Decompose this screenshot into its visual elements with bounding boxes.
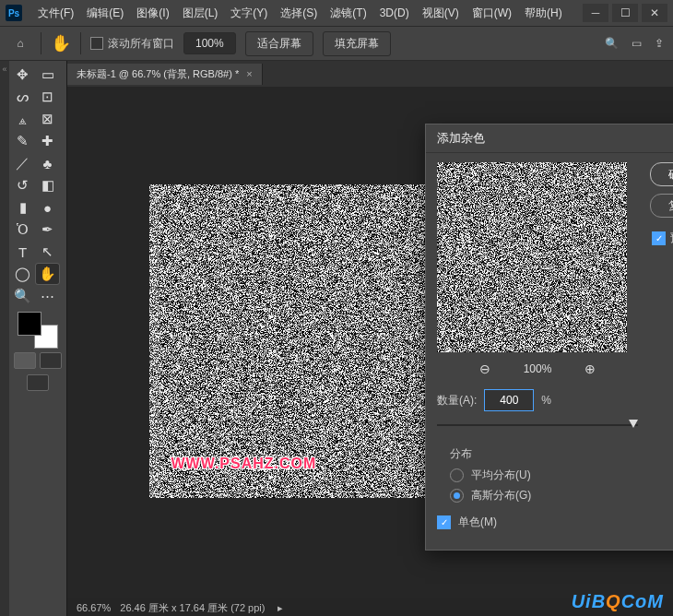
- lasso-tool-icon[interactable]: ᔕ: [11, 87, 34, 107]
- screen-mode-icon[interactable]: [27, 374, 49, 391]
- dialog-titlebar[interactable]: 添加杂色 ✕: [426, 124, 673, 153]
- move-tool-icon[interactable]: ✥: [11, 65, 34, 85]
- close-tab-icon[interactable]: ×: [246, 68, 252, 79]
- radio-icon: [450, 468, 464, 482]
- menu-layer[interactable]: 图层(L): [176, 6, 225, 21]
- brand-watermark: UiBQCoM: [572, 591, 664, 612]
- window-minimize-button[interactable]: ─: [583, 4, 608, 22]
- marquee-tool-icon[interactable]: ▭: [36, 65, 59, 85]
- toolbox: ✥▭ ᔕ⊡ ⟁⊠ ✎✚ ／♣ ↺◧ ▮● Ὁ✒ T↖ ◯✋ 🔍⋯: [9, 61, 67, 616]
- zoom-100-button[interactable]: 100%: [183, 32, 236, 54]
- slider-track: [437, 424, 638, 426]
- shape-tool-icon[interactable]: ◯: [11, 264, 34, 284]
- more-tools-icon[interactable]: ⋯: [36, 286, 59, 306]
- share-icon[interactable]: ⇪: [655, 37, 664, 50]
- checkbox-icon: [652, 231, 666, 245]
- fit-screen-button[interactable]: 适合屏幕: [245, 31, 313, 56]
- history-brush-tool-icon[interactable]: ↺: [11, 175, 34, 195]
- fill-screen-button[interactable]: 填充屏幕: [323, 31, 391, 56]
- ok-button[interactable]: 确定: [650, 162, 673, 186]
- status-chevron-icon[interactable]: ▸: [277, 602, 283, 614]
- preview-checkbox[interactable]: 预览(P): [652, 231, 673, 246]
- hand-tool-icon[interactable]: ✋: [51, 33, 71, 53]
- eraser-tool-icon[interactable]: ◧: [36, 175, 59, 195]
- status-zoom[interactable]: 66.67%: [77, 602, 111, 613]
- foreground-swatch[interactable]: [18, 312, 41, 336]
- document-tab[interactable]: 未标题-1 @ 66.7% (背景, RGB/8#) * ×: [67, 64, 263, 85]
- blur-tool-icon[interactable]: ●: [36, 197, 59, 218]
- menu-select[interactable]: 选择(S): [274, 6, 324, 21]
- heal-tool-icon[interactable]: ✚: [36, 131, 59, 151]
- uniform-radio[interactable]: 平均分布(U): [450, 468, 638, 483]
- crop-tool-icon[interactable]: ⟁: [11, 109, 34, 129]
- ps-logo: Ps: [6, 5, 22, 21]
- document-tab-bar: 未标题-1 @ 66.7% (背景, RGB/8#) * ×: [67, 61, 673, 87]
- scroll-all-label: 滚动所有窗口: [108, 36, 174, 52]
- status-dims: 26.46 厘米 x 17.64 厘米 (72 ppi): [120, 601, 265, 615]
- distribution-label: 分布: [450, 446, 638, 462]
- gaussian-radio[interactable]: 高斯分布(G): [450, 488, 638, 503]
- home-icon[interactable]: ⌂: [9, 32, 31, 54]
- menu-help[interactable]: 帮助(H): [518, 6, 569, 21]
- menu-view[interactable]: 视图(V): [416, 6, 466, 21]
- checkbox-icon: [437, 515, 451, 529]
- amount-input[interactable]: [484, 389, 534, 411]
- panel-icon[interactable]: ▭: [632, 37, 642, 50]
- monochrome-label: 单色(M): [458, 515, 497, 530]
- frame-tool-icon[interactable]: ⊠: [36, 109, 59, 129]
- gaussian-label: 高斯分布(G): [471, 488, 531, 503]
- stamp-tool-icon[interactable]: ♣: [36, 153, 59, 173]
- uniform-label: 平均分布(U): [471, 468, 531, 483]
- zoom-tool-icon[interactable]: 🔍: [11, 286, 34, 306]
- reset-button[interactable]: 复位: [650, 194, 673, 218]
- eyedropper-tool-icon[interactable]: ✎: [11, 131, 34, 151]
- slider-thumb[interactable]: [629, 420, 638, 428]
- dialog-title: 添加杂色: [437, 130, 485, 147]
- quick-select-tool-icon[interactable]: ⊡: [36, 87, 59, 107]
- zoom-in-icon[interactable]: ⊕: [584, 361, 596, 376]
- radio-icon: [450, 489, 464, 503]
- amount-label: 数量(A):: [437, 393, 477, 409]
- menu-file[interactable]: 文件(F): [31, 6, 80, 21]
- monochrome-checkbox[interactable]: 单色(M): [437, 515, 638, 530]
- color-swatches[interactable]: [18, 312, 58, 349]
- mask-mode-standard[interactable]: [14, 352, 36, 369]
- brush-tool-icon[interactable]: ／: [11, 153, 34, 173]
- zoom-out-icon[interactable]: ⊖: [479, 361, 490, 376]
- menu-window[interactable]: 窗口(W): [466, 6, 518, 21]
- search-icon[interactable]: 🔍: [605, 37, 619, 50]
- divider: [41, 32, 41, 54]
- type-tool-icon[interactable]: T: [11, 242, 34, 262]
- dialog-preview[interactable]: [437, 162, 627, 352]
- title-bar: Ps 文件(F) 编辑(E) 图像(I) 图层(L) 文字(Y) 选择(S) 滤…: [0, 0, 673, 26]
- options-bar: ⌂ ✋ 滚动所有窗口 100% 适合屏幕 填充屏幕 🔍 ▭ ⇪: [0, 26, 673, 61]
- checkbox-icon: [90, 37, 103, 50]
- menu-edit[interactable]: 编辑(E): [80, 6, 130, 21]
- watermark-text: WWW.PSAHZ.COM: [171, 456, 317, 472]
- menu-3d[interactable]: 3D(D): [373, 6, 416, 19]
- workspace: 未标题-1 @ 66.7% (背景, RGB/8#) * × WWW.PSAHZ…: [67, 61, 673, 616]
- panel-grip[interactable]: «: [0, 61, 9, 616]
- menu-type[interactable]: 文字(Y): [224, 6, 274, 21]
- add-noise-dialog: 添加杂色 ✕ ⊖ 100% ⊕ 数量(A): %: [425, 124, 673, 551]
- svg-rect-3: [437, 162, 627, 352]
- percent-label: %: [541, 394, 551, 407]
- window-maximize-button[interactable]: ☐: [612, 4, 638, 22]
- hand-tool-icon[interactable]: ✋: [36, 264, 59, 284]
- window-close-button[interactable]: ✕: [642, 4, 667, 22]
- gradient-tool-icon[interactable]: ▮: [11, 197, 34, 218]
- pen-tool-icon[interactable]: ✒: [36, 219, 59, 240]
- dodge-tool-icon[interactable]: Ὁ: [11, 219, 34, 240]
- menu-filter[interactable]: 滤镜(T): [324, 6, 372, 21]
- path-select-tool-icon[interactable]: ↖: [36, 242, 59, 262]
- scroll-all-checkbox[interactable]: 滚动所有窗口: [90, 36, 174, 52]
- menu-image[interactable]: 图像(I): [130, 6, 175, 21]
- divider: [80, 32, 81, 54]
- preview-zoom-level: 100%: [524, 362, 552, 375]
- mask-mode-quick[interactable]: [40, 352, 62, 369]
- amount-slider[interactable]: [437, 417, 638, 433]
- document-tab-title: 未标题-1 @ 66.7% (背景, RGB/8#) *: [77, 67, 239, 81]
